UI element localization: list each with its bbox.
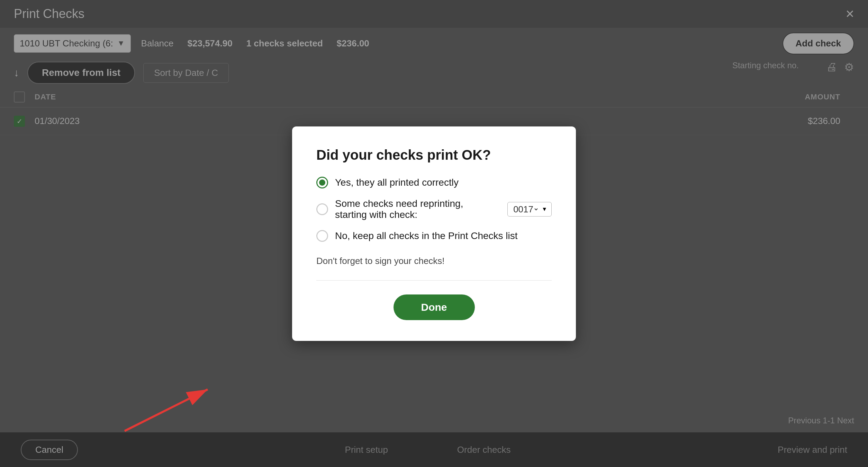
reminder-text: Don't forget to sign your checks! xyxy=(316,256,552,266)
done-button[interactable]: Done xyxy=(394,294,475,320)
check-number-select-wrapper: 0017 ▼ xyxy=(507,202,552,217)
check-number-select[interactable]: 0017 xyxy=(512,204,539,215)
modal-divider xyxy=(316,280,552,281)
modal-actions: Done xyxy=(316,294,552,320)
radio-reprint-circle[interactable] xyxy=(316,203,328,215)
radio-group: Yes, they all printed correctly Some che… xyxy=(316,177,552,242)
option-reprint[interactable]: Some checks need reprinting, starting wi… xyxy=(316,198,552,220)
arrow-annotation xyxy=(118,369,221,439)
modal-title: Did your checks print OK? xyxy=(316,147,552,163)
modal-dialog: Did your checks print OK? Yes, they all … xyxy=(292,126,576,341)
radio-no-circle[interactable] xyxy=(316,230,328,242)
option-no-label: No, keep all checks in the Print Checks … xyxy=(335,230,518,241)
option-yes[interactable]: Yes, they all printed correctly xyxy=(316,177,552,188)
svg-line-1 xyxy=(125,389,208,431)
option-no[interactable]: No, keep all checks in the Print Checks … xyxy=(316,230,552,242)
radio-yes-circle[interactable] xyxy=(316,177,328,188)
option-reprint-label: Some checks need reprinting, starting wi… xyxy=(335,198,495,220)
option-yes-label: Yes, they all printed correctly xyxy=(335,177,459,188)
select-chevron-icon: ▼ xyxy=(542,206,547,212)
modal-overlay: Did your checks print OK? Yes, they all … xyxy=(0,0,868,467)
